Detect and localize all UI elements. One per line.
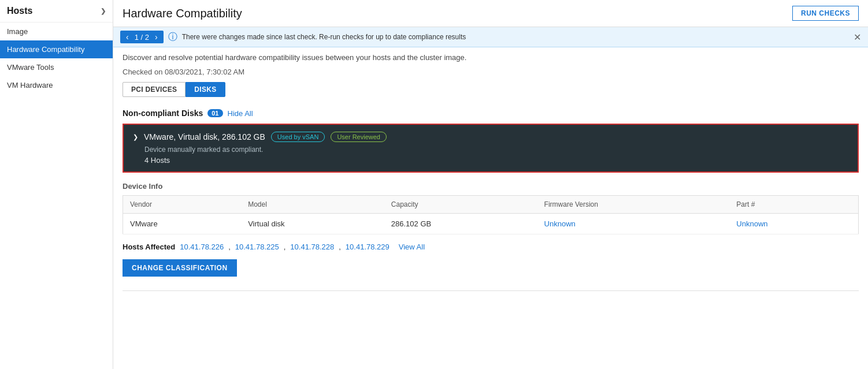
sidebar: Hosts ❯ Image Hardware Compatibility VMw… (0, 0, 113, 369)
device-info-title: Device Info (123, 182, 859, 191)
sidebar-item-image[interactable]: Image (0, 23, 113, 40)
prev-page-button[interactable]: ‹ (125, 32, 130, 42)
hosts-affected-label: Hosts Affected (123, 243, 175, 251)
col-model: Model (241, 196, 384, 214)
sidebar-item-hardware-compatibility[interactable]: Hardware Compatibility (0, 40, 113, 58)
chevron-down-icon: ❯ (101, 8, 106, 15)
hide-all-link[interactable]: Hide All (228, 109, 253, 118)
tab-pci-devices[interactable]: PCI DEVICES (123, 82, 186, 97)
col-part-num: Part # (729, 196, 858, 214)
tab-group: PCI DEVICES DISKS (113, 82, 868, 105)
disk-hosts-count: 4 Hosts (133, 156, 170, 165)
non-compliant-title: Non-compliant Disks (123, 109, 203, 118)
close-icon[interactable]: ✕ (854, 32, 861, 43)
cell-firmware[interactable]: Unknown (537, 214, 730, 234)
non-compliant-section-header: Non-compliant Disks 01 Hide All (113, 105, 868, 124)
content-area: ‹ 1 / 2 › ⓘ There were changes made sinc… (113, 27, 868, 369)
disk-item-header: ❯ VMware, Virtual disk, 286.102 GB Used … (124, 125, 858, 172)
cell-part-num[interactable]: Unknown (729, 214, 858, 234)
cell-vendor: VMware (123, 214, 242, 234)
col-firmware: Firmware Version (537, 196, 730, 214)
notification-banner: ‹ 1 / 2 › ⓘ There were changes made sinc… (113, 27, 868, 47)
cell-model: Virtual disk (241, 214, 384, 234)
checked-on-text: Checked on 08/03/2021, 7:30:02 AM (113, 65, 868, 82)
non-compliant-badge: 01 (207, 109, 222, 117)
tag-used-by-vsan[interactable]: Used by vSAN (271, 132, 325, 142)
cell-capacity: 286.102 GB (384, 214, 537, 234)
host-link-1[interactable]: 10.41.78.225 (235, 243, 279, 251)
main-panel: Hardware Compatibility RUN CHECKS ‹ 1 / … (113, 0, 868, 369)
sidebar-header[interactable]: Hosts ❯ (0, 0, 113, 23)
host-link-2[interactable]: 10.41.78.228 (290, 243, 334, 251)
hosts-affected-row: Hosts Affected 10.41.78.226, 10.41.78.22… (113, 234, 868, 259)
host-link-0[interactable]: 10.41.78.226 (180, 243, 224, 251)
disk-subtitle: Device manually marked as compliant. (133, 146, 263, 154)
run-checks-button[interactable]: RUN CHECKS (792, 6, 859, 21)
tag-user-reviewed[interactable]: User Reviewed (331, 132, 387, 142)
device-info-section: Device Info Vendor Model Capacity Firmwa… (123, 182, 859, 234)
main-header: Hardware Compatibility RUN CHECKS (113, 0, 868, 27)
sidebar-item-vm-hardware[interactable]: VM Hardware (0, 76, 113, 94)
info-icon: ⓘ (168, 31, 177, 43)
page-title: Hardware Compatibility (123, 7, 242, 20)
bottom-divider (123, 290, 859, 291)
tab-disks[interactable]: DISKS (186, 82, 225, 97)
disk-name: VMware, Virtual disk, 286.102 GB (144, 132, 265, 141)
page-navigation: ‹ 1 / 2 › (120, 31, 164, 43)
sidebar-item-vmware-tools[interactable]: VMware Tools (0, 58, 113, 76)
page-indicator: 1 / 2 (132, 33, 151, 42)
col-vendor: Vendor (123, 196, 242, 214)
table-row: VMware Virtual disk 286.102 GB Unknown U… (123, 214, 859, 234)
disk-item-row: ❯ VMware, Virtual disk, 286.102 GB Used … (133, 132, 848, 142)
change-classification-button[interactable]: CHANGE CLASSIFICATION (123, 259, 237, 277)
sidebar-title: Hosts (7, 6, 32, 16)
description-text: Discover and resolve potential hardware … (113, 47, 868, 65)
host-link-3[interactable]: 10.41.78.229 (346, 243, 390, 251)
view-all-link[interactable]: View All (399, 243, 425, 251)
col-capacity: Capacity (384, 196, 537, 214)
banner-message: There were changes made since last check… (182, 33, 849, 41)
disk-expand-icon[interactable]: ❯ (133, 133, 138, 141)
disk-item-wrapper: ❯ VMware, Virtual disk, 286.102 GB Used … (123, 124, 859, 173)
next-page-button[interactable]: › (154, 32, 159, 42)
device-info-table: Vendor Model Capacity Firmware Version P… (123, 195, 859, 234)
